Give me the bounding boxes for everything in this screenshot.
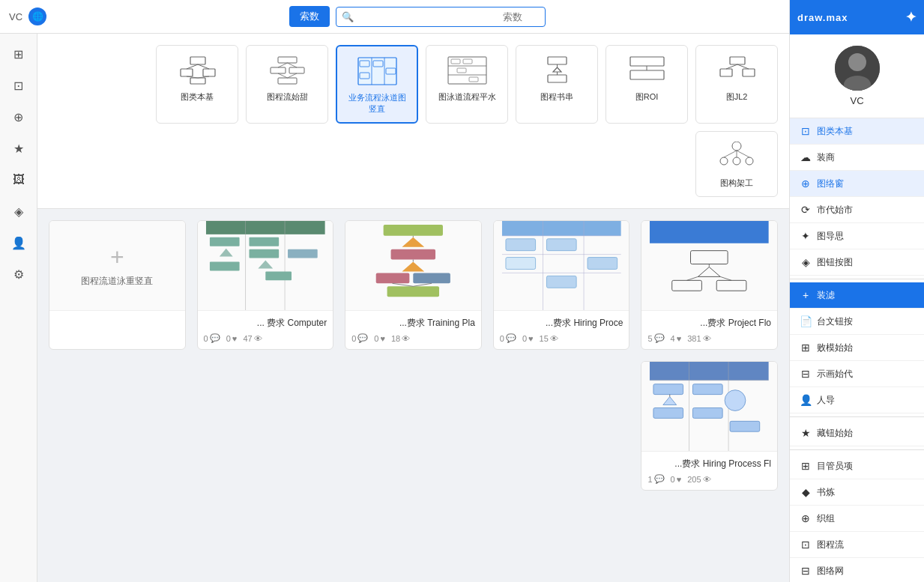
svg-rect-89 xyxy=(249,249,279,258)
svg-rect-92 xyxy=(265,271,292,280)
svg-rect-41 xyxy=(190,78,205,84)
work-card-hiring2[interactable]: 费求 Hiring Process Fl... 👁205 ♥0 💬1 xyxy=(641,361,778,491)
sidebar-item-org[interactable]: 织组 ⊕ xyxy=(790,506,924,532)
sidebar-item-person[interactable]: 人导 👤 xyxy=(790,387,924,413)
svg-rect-54 xyxy=(691,251,728,264)
template-grid: 图JL2 图ROI xyxy=(49,45,778,124)
work-area: 费求 Project Flo... 👁381 ♥4 💬5 xyxy=(37,209,789,582)
work-card-project1[interactable]: 费求 Project Flo... 👁381 ♥4 💬5 xyxy=(641,220,778,350)
svg-point-49 xyxy=(746,157,753,165)
template-icon: ⊞ xyxy=(799,341,812,354)
iconbar-person[interactable]: 👤 xyxy=(4,228,33,257)
avatar[interactable] xyxy=(835,46,880,91)
svg-point-105 xyxy=(725,390,746,411)
template-basic2[interactable]: 图类本基 xyxy=(156,45,238,124)
search-icon: 🔍 xyxy=(342,11,354,22)
sidebar-item-doc[interactable]: 台文钮按 📄 xyxy=(790,309,924,335)
comment-icon: 💬 xyxy=(210,333,220,343)
card-meta-computer1: 👁47 ♥0 💬0 xyxy=(204,333,327,343)
sidebar-item-favorite[interactable]: 藏钮始始 ★ xyxy=(790,420,924,446)
label: 藏钮始始 xyxy=(817,427,853,440)
work-card-hiring1[interactable]: 费求 Hiring Proce... 👁15 ♥0 💬0 xyxy=(493,220,630,350)
iconbar-connect[interactable]: ⊕ xyxy=(4,103,33,131)
svg-rect-23 xyxy=(358,58,396,85)
template-vertical-swim[interactable]: 业务流程泳道图竖直 xyxy=(336,45,418,124)
card-preview-computer1 xyxy=(198,221,333,311)
iconbar-grid[interactable]: ⊞ xyxy=(4,40,33,68)
sidebar-item-image[interactable]: 示画始代 ⊟ xyxy=(790,361,924,387)
template-org[interactable]: 图构架工 xyxy=(695,131,778,197)
topbar-left: VC 🌐 xyxy=(9,7,46,25)
global-icon[interactable]: 🌐 xyxy=(28,7,46,25)
svg-line-59 xyxy=(687,276,698,280)
sidebar-item-template[interactable]: 败模始始 ⊞ xyxy=(790,335,924,361)
iconbar-star[interactable]: ★ xyxy=(4,134,33,163)
iconbar-brand[interactable]: ◈ xyxy=(4,197,33,225)
template-horizontal-swim[interactable]: 图泳道流程平水 xyxy=(426,45,508,124)
svg-rect-13 xyxy=(548,75,567,82)
svg-rect-70 xyxy=(506,258,536,270)
left-icon-bar: ⊞ ⊡ ⊕ ★ 🖼 ◈ 👤 ⚙ xyxy=(0,34,37,582)
card-meta-hiring1: 👁15 ♥0 💬0 xyxy=(500,333,623,343)
search-input[interactable] xyxy=(336,7,546,27)
svg-rect-38 xyxy=(190,57,205,64)
card-preview-new: + 图程流道泳重竖直 xyxy=(49,221,185,311)
topbar: VC 🌐 索数 🔍 xyxy=(0,0,789,34)
sidebar-item-recent[interactable]: 市代始市 ⟳ xyxy=(790,197,924,223)
sidebar-item-network2[interactable]: 图络网 ⊟ xyxy=(790,558,924,582)
sidebar-item-uml[interactable]: 图钮按图 ◈ xyxy=(790,249,924,276)
svg-rect-87 xyxy=(249,237,279,246)
search-bar: 索数 🔍 xyxy=(54,6,780,27)
template-iol[interactable]: 图ROI xyxy=(606,45,688,124)
iconbar-img[interactable]: 🖼 xyxy=(4,166,33,194)
likes-project1: ♥4 xyxy=(671,333,682,343)
sidebar-item-basic-diagram[interactable]: 图类本基 ⊡ xyxy=(790,118,924,145)
sidebar-item-network[interactable]: 图络窗 ⊕ xyxy=(790,171,924,197)
work-card-training1[interactable]: 费求 Training Pla... 👁18 ♥0 💬0 xyxy=(345,220,482,350)
new-icon: + xyxy=(799,288,812,302)
likes-training1: ♥0 xyxy=(374,333,385,343)
svg-rect-8 xyxy=(630,57,664,66)
heart-icon: ♥ xyxy=(677,334,682,343)
svg-rect-95 xyxy=(650,362,769,381)
svg-rect-39 xyxy=(181,69,193,76)
template-book-flow-icon xyxy=(534,53,579,87)
template-sl2[interactable]: 图JL2 xyxy=(695,45,778,124)
org-icon: ⊕ xyxy=(799,512,812,525)
sidebar-item-new[interactable]: 装滤 + xyxy=(790,282,924,309)
card-info-training1: 费求 Training Pla... 👁18 ♥0 💬0 xyxy=(345,311,481,349)
sidebar-item-cloud[interactable]: 装商 ☁ xyxy=(790,145,924,171)
svg-rect-99 xyxy=(653,384,683,395)
label: 图络网 xyxy=(817,565,844,578)
views-project1: 👁381 xyxy=(687,333,710,343)
label: 目管员项 xyxy=(817,460,853,473)
svg-rect-5 xyxy=(743,69,755,76)
card-info-hiring1: 费求 Hiring Proce... 👁15 ♥0 💬0 xyxy=(494,311,629,349)
topbar-user: VC xyxy=(9,11,22,22)
divider1 xyxy=(790,279,924,279)
svg-rect-30 xyxy=(278,57,297,63)
template-sweetness[interactable]: 图程流始甜 xyxy=(246,45,328,124)
template-sl2-icon xyxy=(714,53,759,87)
template-iol-label: 图ROI xyxy=(635,91,659,103)
iconbar-copy[interactable]: ⊡ xyxy=(4,71,33,100)
template-book-flow[interactable]: 图程书串 xyxy=(516,45,598,124)
search-button[interactable]: 索数 xyxy=(289,6,330,27)
sidebar-item-flow[interactable]: 图程流 ⊡ xyxy=(790,532,924,558)
views-computer1: 👁47 xyxy=(243,333,262,343)
svg-rect-86 xyxy=(210,237,240,246)
svg-rect-21 xyxy=(457,68,466,73)
sidebar-item-project[interactable]: 目管员项 ⊞ xyxy=(790,453,924,479)
network2-icon: ⊟ xyxy=(799,564,812,578)
card-title-hiring1: 费求 Hiring Proce... xyxy=(500,317,623,330)
work-card-computer1[interactable]: 费求 Computer ... 👁47 ♥0 💬0 xyxy=(197,220,334,350)
work-card-new[interactable]: + 图程流道泳重竖直 xyxy=(49,220,186,350)
sidebar-item-quality[interactable]: 书炼 ◆ xyxy=(790,479,924,506)
template-horizontal-swim-label: 图泳道流程平水 xyxy=(438,91,496,103)
template-iol-icon xyxy=(624,53,669,87)
favorite-icon: ★ xyxy=(799,426,812,440)
heart-icon: ♥ xyxy=(232,334,238,343)
sidebar-item-mind[interactable]: 图导思 ✦ xyxy=(790,223,924,249)
iconbar-settings[interactable]: ⚙ xyxy=(4,260,33,288)
svg-line-60 xyxy=(721,276,732,280)
